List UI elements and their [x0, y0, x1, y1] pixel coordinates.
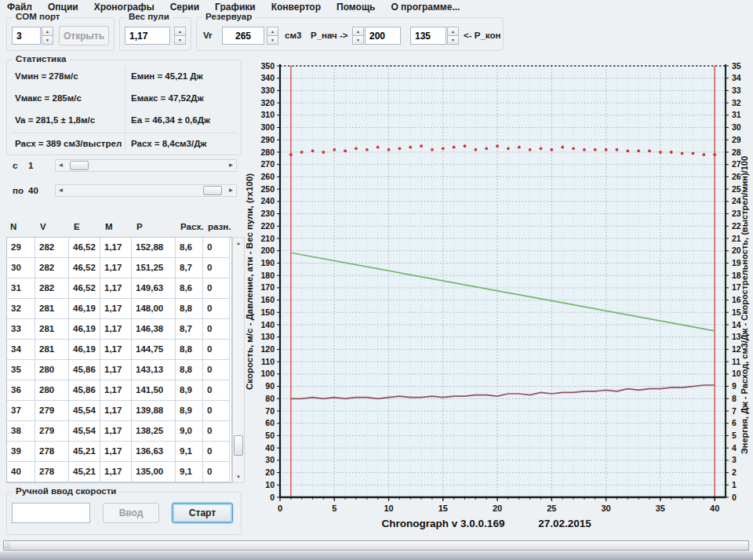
range-from-thumb[interactable] [70, 161, 89, 170]
table-cell: 8,8 [176, 360, 203, 380]
svg-text:6: 6 [732, 418, 737, 427]
table-cell: 33 [7, 319, 35, 340]
spin-down-icon[interactable]: ▼ [352, 36, 364, 45]
svg-text:1: 1 [732, 480, 737, 489]
table-cell: 141,50 [132, 380, 176, 401]
spin-up-icon[interactable]: ▲ [352, 27, 364, 36]
svg-text:34: 34 [732, 73, 741, 82]
table-scrollbar-thumb[interactable] [234, 435, 243, 456]
e-max-stat: Емакс = 47,52Дж [131, 93, 204, 103]
svg-text:210: 210 [260, 234, 275, 243]
table-row[interactable]: 4027845,211,17135,009,10 [7, 462, 231, 482]
plot-area [280, 66, 726, 497]
arrow-left-icon[interactable]: ◄ [56, 185, 66, 196]
table-row[interactable]: 3727945,541,17139,888,90 [7, 401, 231, 421]
p-end-label: <- P_кон [464, 31, 500, 40]
shots-table[interactable]: 2928246,521,17152,888,603028246,521,1715… [6, 237, 232, 483]
spin-up-icon[interactable]: ▲ [447, 27, 459, 36]
spin-down-icon[interactable]: ▼ [447, 36, 459, 45]
table-cell: 0 [203, 340, 230, 360]
spin-up-icon[interactable]: ▲ [267, 27, 278, 36]
table-cell: 46,52 [69, 258, 100, 278]
table-cell: 138,25 [132, 421, 176, 442]
menu-item-6[interactable]: Конвертор [271, 2, 321, 15]
table-row[interactable]: 3328146,191,17146,388,70 [7, 319, 231, 340]
table-cell: 45,21 [69, 442, 100, 462]
spin-down-icon[interactable]: ▼ [267, 36, 278, 45]
table-row[interactable]: 2928246,521,17152,888,60 [7, 238, 231, 258]
column-header-e: E [70, 222, 101, 231]
svg-text:30: 30 [732, 122, 741, 132]
open-port-button[interactable]: Открыть [59, 26, 109, 45]
stats-divider-vertical [125, 67, 126, 151]
menu-item-8[interactable]: О программе... [391, 2, 460, 15]
table-cell: 1,17 [100, 360, 132, 380]
range-to-value: 40 [28, 186, 38, 195]
reservoir-volume-spinner[interactable]: ▲ ▼ [267, 27, 278, 45]
p-start-spinner[interactable]: ▲ ▼ [352, 27, 364, 45]
range-from-slider[interactable]: ◄ ► [55, 159, 237, 172]
svg-text:100: 100 [260, 369, 275, 378]
window-bottom-edge [0, 551, 753, 560]
com-port-input[interactable] [12, 27, 41, 45]
volume-unit-label: см3 [285, 31, 301, 40]
svg-text:40: 40 [710, 504, 719, 513]
table-cell: 282 [35, 238, 69, 258]
table-row[interactable]: 3528045,861,17143,138,80 [7, 360, 231, 380]
enter-button[interactable]: Ввод [103, 503, 159, 523]
spin-down-icon[interactable]: ▼ [174, 36, 186, 45]
svg-text:40: 40 [265, 443, 275, 453]
p-end-spinner[interactable]: ▲ ▼ [447, 27, 459, 45]
svg-text:5: 5 [732, 431, 737, 440]
start-button[interactable]: Старт [172, 503, 233, 523]
table-cell: 8,9 [176, 380, 203, 401]
bullet-weight-input[interactable] [125, 27, 170, 45]
svg-text:28: 28 [732, 147, 741, 157]
p-end-input[interactable] [410, 27, 446, 45]
svg-text:180: 180 [260, 271, 275, 280]
p-start-input[interactable] [365, 27, 401, 45]
spin-up-icon[interactable]: ▲ [42, 27, 53, 36]
svg-text:29: 29 [732, 135, 741, 144]
svg-text:260: 260 [260, 172, 275, 181]
table-row[interactable]: 3927845,211,17136,639,10 [7, 442, 231, 462]
menu-item-4[interactable]: Серии [170, 2, 199, 15]
spin-up-icon[interactable]: ▲ [174, 27, 186, 36]
table-cell: 144,75 [132, 340, 176, 360]
table-scrollbar[interactable]: ▲ ▼ [232, 237, 245, 483]
range-from-row: с 1 ◄ ► [6, 159, 242, 173]
table-cell: 151,25 [132, 258, 176, 278]
reservoir-volume-input[interactable] [222, 27, 264, 45]
arrow-right-icon[interactable]: ► [226, 185, 236, 196]
table-cell: 1,17 [100, 299, 132, 319]
range-to-slider[interactable]: ◄ ► [55, 184, 237, 197]
bullet-weight-spinner[interactable]: ▲ ▼ [174, 27, 186, 45]
table-row[interactable]: 3128246,521,17149,638,60 [7, 278, 231, 299]
arrow-left-icon[interactable]: ◄ [56, 160, 66, 171]
manual-speed-input[interactable] [12, 503, 90, 523]
table-cell: 9,0 [176, 421, 203, 442]
table-row[interactable]: 3028246,521,17151,258,70 [7, 258, 231, 278]
svg-text:320: 320 [260, 98, 275, 107]
table-row[interactable]: 3428146,191,17144,758,80 [7, 340, 231, 360]
svg-text:2: 2 [732, 467, 737, 477]
spin-down-icon[interactable]: ▼ [42, 36, 53, 45]
svg-text:160: 160 [260, 295, 275, 304]
table-cell: 46,52 [69, 278, 100, 299]
left-axis-title: Скорость, м/с - Давление, ати - Вес пули… [245, 173, 254, 390]
com-port-spinner[interactable]: ▲ ▼ [42, 27, 53, 45]
table-row[interactable]: 3827945,541,17138,259,00 [7, 421, 231, 442]
table-row[interactable]: 3628045,861,17141,508,90 [7, 380, 231, 401]
table-cell: 278 [35, 442, 69, 462]
range-to-thumb[interactable] [203, 186, 222, 195]
scroll-up-icon[interactable]: ▲ [233, 238, 244, 249]
menu-item-7[interactable]: Помощь [336, 2, 375, 15]
scroll-down-icon[interactable]: ▼ [233, 471, 244, 482]
table-row[interactable]: 3228146,191,17148,008,80 [7, 299, 231, 319]
table-cell: 36 [7, 380, 35, 401]
svg-text:32: 32 [732, 98, 741, 107]
reservoir-group-title: Резервуар [202, 12, 255, 21]
svg-text:70: 70 [265, 406, 275, 416]
svg-text:10: 10 [265, 480, 275, 489]
arrow-right-icon[interactable]: ► [226, 160, 236, 171]
